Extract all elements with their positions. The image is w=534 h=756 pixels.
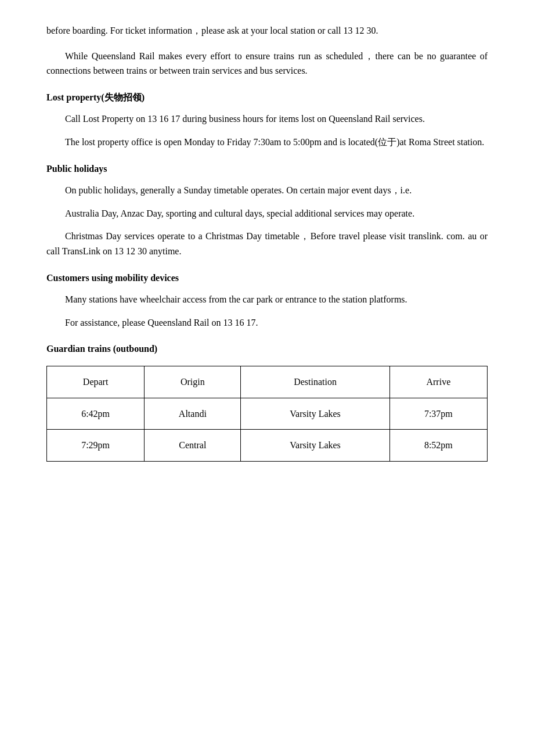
lost-property-para1: Call Lost Property on 13 16 17 during bu… [46, 111, 488, 127]
row1-depart: 6:42pm [47, 398, 145, 430]
intro-line1: before boarding. For ticket information，… [46, 23, 488, 38]
section-public-holidays: Public holidays On public holidays, gene… [46, 161, 488, 259]
row2-origin: Central [145, 430, 241, 462]
lost-property-para2: The lost property office is open Monday … [46, 135, 488, 150]
table-row: 6:42pm Altandi Varsity Lakes 7:37pm [47, 398, 488, 430]
mobility-devices-para1: Many stations have wheelchair access fro… [46, 292, 488, 307]
guardian-trains-table: Depart Origin Destination Arrive 6:42pm … [46, 366, 488, 462]
col-header-arrive: Arrive [389, 366, 487, 398]
section-guardian-trains: Guardian trains (outbound) Depart Origin… [46, 341, 488, 461]
public-holidays-para2: Australia Day, Anzac Day, sporting and c… [46, 206, 488, 221]
heading-lost-property: Lost property(失物招领) [46, 90, 488, 105]
col-header-depart: Depart [47, 366, 145, 398]
heading-public-holidays: Public holidays [46, 161, 488, 177]
row2-arrive: 8:52pm [389, 430, 487, 462]
heading-mobility-devices: Customers using mobility devices [46, 271, 488, 286]
section-mobility-devices: Customers using mobility devices Many st… [46, 271, 488, 330]
row1-destination: Varsity Lakes [241, 398, 389, 430]
intro-para1: While Queensland Rail makes every effort… [46, 49, 488, 78]
col-header-origin: Origin [145, 366, 241, 398]
row1-arrive: 7:37pm [389, 398, 487, 430]
mobility-devices-para2: For assistance, please Queensland Rail o… [46, 315, 488, 330]
table-header-row: Depart Origin Destination Arrive [47, 366, 488, 398]
public-holidays-para1: On public holidays, generally a Sunday t… [46, 183, 488, 198]
col-header-destination: Destination [241, 366, 389, 398]
section-lost-property: Lost property(失物招领) Call Lost Property o… [46, 90, 488, 150]
row2-destination: Varsity Lakes [241, 430, 389, 462]
row2-depart: 7:29pm [47, 430, 145, 462]
row1-origin: Altandi [145, 398, 241, 430]
heading-guardian-trains: Guardian trains (outbound) [46, 341, 488, 357]
public-holidays-para3: Christmas Day services operate to a Chri… [46, 229, 488, 258]
table-row: 7:29pm Central Varsity Lakes 8:52pm [47, 430, 488, 462]
